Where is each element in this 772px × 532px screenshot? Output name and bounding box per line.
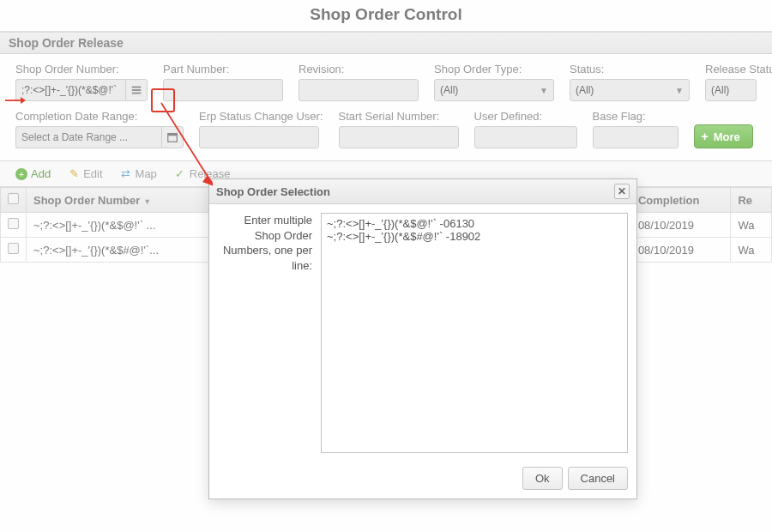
shop-order-selection-dialog: Shop Order Selection ✕ Enter multiple Sh… (208, 178, 637, 499)
shop-order-numbers-textarea[interactable] (321, 213, 628, 453)
cancel-button[interactable]: Cancel (568, 467, 628, 490)
modal-overlay: Shop Order Selection ✕ Enter multiple Sh… (0, 0, 772, 532)
close-icon: ✕ (618, 185, 626, 197)
dialog-label: Enter multiple Shop Order Numbers, one p… (218, 213, 312, 453)
close-button[interactable]: ✕ (614, 184, 630, 199)
dialog-title: Shop Order Selection (216, 185, 330, 198)
ok-button[interactable]: Ok (522, 467, 563, 490)
